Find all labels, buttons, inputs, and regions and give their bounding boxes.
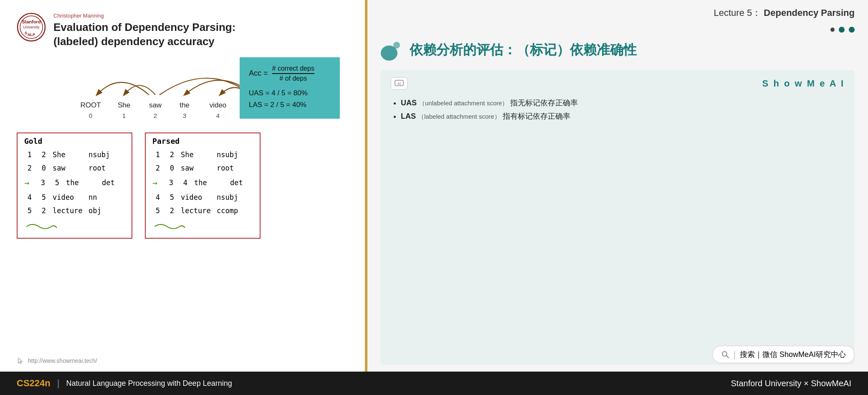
table-row: → 3 5 the det [24, 175, 125, 191]
bottom-divider: | [57, 378, 60, 389]
table-row: 2 0 saw root [152, 161, 253, 175]
bottom-right: Stanford University × ShowMeAI [731, 379, 851, 388]
dep-tree-area: ROOT She saw the video lecture 0 1 2 3 4… [17, 53, 348, 128]
list-item: UAS （unlabeled attachment score） 指无标记依存正… [401, 96, 845, 110]
search-bar-container[interactable]: | 搜索｜微信 ShowMeAI研究中心 [712, 346, 855, 363]
bottom-bar: CS224n | Natural Language Processing wit… [0, 372, 868, 395]
list-item: LAS （labeled attachment score） 指有标记依存正确率 [401, 110, 845, 123]
bottom-subtitle: Natural Language Processing with Deep Le… [66, 379, 232, 388]
showmeai-box: AI S h o w M e A I UAS （unlabeled attach… [381, 70, 855, 365]
svg-text:0: 0 [89, 112, 92, 119]
table-row: 4 5 video nn [24, 191, 125, 204]
svg-line-23 [726, 356, 729, 358]
search-label: 搜索｜微信 ShowMeAI研究中心 [740, 349, 846, 359]
table-row: 5 2 lecture obj [24, 204, 125, 217]
las-line: LAS = 2 / 5 = 40% [249, 99, 331, 111]
ai-badge-icon: AI [395, 79, 404, 87]
svg-text:She: She [118, 101, 130, 109]
svg-text:4: 4 [216, 112, 220, 119]
svg-text:University: University [23, 25, 40, 29]
slide-title: Evaluation of Dependency Parsing: (label… [53, 20, 235, 49]
table-row: → 3 4 the det [152, 175, 253, 191]
tables-area: Gold 1 2 She nsubj 2 0 saw root → 3 5 [17, 133, 348, 239]
nav-dot-active[interactable] [839, 27, 845, 33]
search-icon [721, 350, 729, 359]
svg-text:1: 1 [122, 112, 126, 119]
acc-uas-las: UAS = 4 / 5 = 80% LAS = 2 / 5 = 40% [249, 87, 331, 112]
svg-text:ROOT: ROOT [80, 101, 101, 109]
svg-text:NLP: NLP [28, 33, 35, 37]
acc-numerator: # correct deps [272, 65, 314, 74]
gold-table-title: Gold [24, 137, 125, 145]
svg-point-19 [393, 42, 400, 48]
section-title-cn: 依赖分析的评估：（标记）依赖准确性 [410, 41, 637, 59]
stanford-logo: Stanford University S NLP [17, 13, 46, 42]
slide-url: http://www.showmeai.tech/ [17, 357, 97, 365]
green-scribble [24, 220, 58, 233]
cursor-icon [17, 357, 24, 365]
slide-panel: Stanford University S NLP Christopher Ma… [0, 0, 367, 372]
right-panel: Lecture 5： Dependency Parsing 依赖分析的评估：（标… [367, 0, 868, 372]
svg-text:2: 2 [154, 112, 157, 119]
nav-dot[interactable] [830, 28, 835, 32]
acc-box: Acc = # correct deps # of deps UAS = 4 /… [240, 57, 340, 119]
svg-text:S: S [25, 31, 27, 35]
section-title-row: 依赖分析的评估：（标记）依赖准确性 [381, 38, 855, 61]
showmeai-header: AI S h o w M e A I [391, 77, 845, 89]
lecture-header: Lecture 5： Dependency Parsing [381, 7, 855, 19]
arrow-icon: → [152, 175, 157, 191]
acc-denominator: # of deps [279, 74, 307, 82]
svg-text:Stanford: Stanford [22, 19, 40, 24]
slide-header: Stanford University S NLP Christopher Ma… [17, 13, 348, 49]
table-row: 2 0 saw root [24, 161, 125, 175]
showmeai-brand: S h o w M e A I [762, 78, 845, 89]
svg-text:AI: AI [397, 82, 401, 86]
acc-label: Acc = [249, 69, 268, 78]
slide-title-block: Christopher Manning Evaluation of Depend… [53, 13, 235, 49]
author-label: Christopher Manning [53, 13, 235, 19]
table-row: 4 5 video nsubj [152, 191, 253, 204]
search-divider: | [734, 350, 736, 359]
cs224n-label: CS224n [17, 378, 51, 389]
nav-dot-active[interactable] [849, 27, 855, 33]
ai-icon-badge: AI [391, 77, 407, 89]
table-row: 1 2 She nsubj [24, 148, 125, 161]
uas-line: UAS = 4 / 5 = 80% [249, 87, 331, 99]
search-bar[interactable]: | 搜索｜微信 ShowMeAI研究中心 [712, 346, 855, 363]
svg-text:3: 3 [183, 112, 186, 119]
acc-formula: Acc = # correct deps # of deps [249, 65, 331, 82]
svg-text:the: the [180, 101, 190, 109]
table-row: 1 2 She nsubj [152, 148, 253, 161]
table-row: 5 2 lecture ccomp [152, 204, 253, 217]
acc-fraction: # correct deps # of deps [272, 65, 314, 82]
green-scribble [152, 220, 186, 233]
bottom-left: CS224n | Natural Language Processing wit… [17, 378, 232, 389]
svg-text:saw: saw [149, 101, 162, 109]
parsed-table-title: Parsed [152, 137, 253, 145]
showmeai-bullets: UAS （unlabeled attachment score） 指无标记依存正… [391, 96, 845, 123]
arrow-icon: → [24, 175, 29, 191]
nav-dots [381, 27, 855, 33]
gold-table: Gold 1 2 She nsubj 2 0 saw root → 3 5 [17, 133, 132, 239]
svg-text:video: video [210, 101, 227, 109]
parsed-table: Parsed 1 2 She nsubj 2 0 saw root → 3 4 [145, 133, 261, 239]
section-icon [381, 38, 404, 61]
